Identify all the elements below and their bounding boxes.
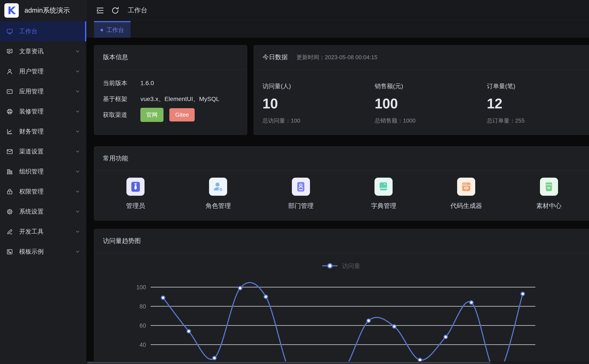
- logo-row[interactable]: K admin系统演示: [0, 0, 86, 21]
- app-root: K admin系统演示 工作台文章资讯用户管理应用管理装修管理财务管理渠道设置组…: [0, 0, 589, 364]
- edit-pen-icon: [6, 228, 13, 235]
- function-item-dictionary[interactable]: 字典管理: [342, 178, 425, 210]
- fold-icon: [95, 6, 105, 15]
- sidebar-item-label: 用户管理: [19, 67, 44, 76]
- row-value: vue3.x、ElementUI、MySQL: [141, 95, 220, 103]
- chart-card-title: 访问量趋势图: [94, 229, 589, 253]
- sidebar-item-devtools[interactable]: 开发工具: [0, 222, 86, 242]
- official-site-button[interactable]: 官网: [141, 108, 163, 122]
- shopping-bag-icon: [540, 178, 558, 196]
- functions-card-title: 常用功能: [94, 147, 589, 171]
- data-point-marker: [367, 319, 370, 322]
- today-card-title: 今日数据: [262, 53, 288, 62]
- tab-workbench[interactable]: 工作台: [94, 21, 131, 38]
- visits-trend-chart: 10080604020 访问量: [94, 253, 589, 364]
- sidebar-item-label: 系统设置: [19, 208, 44, 216]
- version-row-channels: 获取渠道 官网 Gitee: [103, 107, 238, 123]
- template-card-icon: [6, 248, 13, 255]
- chevron-down-icon: [75, 209, 80, 214]
- row-value: 1.6.0: [141, 80, 154, 87]
- sidebar-item-label: 财务管理: [19, 127, 44, 136]
- version-row-framework: 基于框架 vue3.x、ElementUI、MySQL: [103, 91, 238, 107]
- app-logo-icon: K: [4, 3, 19, 18]
- y-tick-100: 100: [136, 284, 146, 291]
- user-gear-icon: [209, 178, 227, 196]
- data-point-marker: [239, 286, 242, 290]
- tab-label: 工作台: [106, 26, 124, 34]
- function-label: 角色管理: [206, 202, 231, 210]
- stat-value: 10: [262, 96, 366, 112]
- sidebar-item-label: 组织管理: [19, 167, 44, 176]
- office-building-icon: [6, 168, 13, 175]
- data-point-marker: [264, 295, 268, 299]
- legend-label: 访问量: [342, 263, 360, 269]
- function-label: 部门管理: [288, 202, 314, 210]
- sidebar-item-workbench[interactable]: 工作台: [0, 21, 86, 41]
- app-title: admin系统演示: [24, 6, 70, 15]
- user-icon: [6, 68, 13, 75]
- horizontal-scrollbar: [87, 361, 589, 364]
- function-item-material-center[interactable]: 素材中心: [508, 178, 589, 210]
- sidebar-item-label: 渠道设置: [19, 147, 44, 156]
- stat-label: 订单量(笔): [487, 82, 589, 90]
- sidebar-item-label: 装修管理: [19, 107, 44, 116]
- chevron-down-icon: [75, 249, 80, 254]
- function-label: 字典管理: [371, 202, 396, 210]
- today-stats: 访问量(人) 10 总访问量：100销售额(元) 100 总销售额：1000订单…: [254, 69, 589, 124]
- sidebar-item-users[interactable]: 用户管理: [0, 61, 86, 81]
- stat-total: 总订单量：255: [487, 117, 589, 124]
- gear-icon: [6, 208, 13, 215]
- sidebar-item-articles[interactable]: 文章资讯: [0, 41, 86, 61]
- sidebar-item-channels[interactable]: 渠道设置: [0, 142, 86, 162]
- active-tab-dot-icon: [100, 29, 103, 31]
- horizontal-scrollbar-thumb[interactable]: [87, 362, 490, 364]
- y-tick-60: 60: [140, 322, 146, 329]
- collapse-sidebar-button[interactable]: [95, 6, 105, 15]
- trend-chart-icon: [6, 128, 13, 135]
- sidebar-item-finance[interactable]: 财务管理: [0, 122, 86, 142]
- y-tick-40: 40: [140, 342, 146, 348]
- version-card: 版本信息 当前版本 1.6.0 基于框架 vue3.x、ElementUI、My…: [94, 45, 247, 135]
- gitee-button[interactable]: Gitee: [169, 108, 195, 122]
- chart-legend[interactable]: 访问量: [322, 263, 360, 269]
- sidebar-item-apps[interactable]: 应用管理: [0, 81, 86, 101]
- sidebar-item-label: 文章资讯: [19, 47, 44, 56]
- envelope-icon: [6, 148, 13, 155]
- sidebar-item-settings[interactable]: 系统设置: [0, 202, 86, 222]
- stat-label: 访问量(人): [262, 82, 366, 90]
- row-label: 当前版本: [103, 79, 141, 87]
- row-label: 获取渠道: [103, 111, 141, 119]
- sidebar-menu: 工作台文章资讯用户管理应用管理装修管理财务管理渠道设置组织管理权限管理系统设置开…: [0, 21, 86, 262]
- function-item-code-generator[interactable]: 代码生成器: [425, 178, 508, 210]
- function-item-departments[interactable]: 部门管理: [260, 178, 342, 210]
- legend-marker-icon: [328, 264, 332, 268]
- sidebar-item-organization[interactable]: 组织管理: [0, 162, 86, 182]
- stat-value: 100: [375, 96, 478, 112]
- chevron-down-icon: [75, 129, 80, 134]
- functions-row: 管理员 角色管理 部门管理 字典管理 代码生成器 素材中心: [94, 171, 589, 210]
- data-point-marker: [213, 356, 216, 360]
- version-rows: 当前版本 1.6.0 基于框架 vue3.x、ElementUI、MySQL 获…: [94, 69, 247, 123]
- data-point-marker: [521, 292, 524, 296]
- function-item-admin[interactable]: 管理员: [94, 178, 177, 210]
- data-point-marker: [187, 329, 191, 333]
- tie-badge-icon: [127, 178, 145, 196]
- function-item-roles[interactable]: 角色管理: [177, 178, 259, 210]
- sidebar-item-templates[interactable]: 模板示例: [0, 242, 86, 262]
- chevron-down-icon: [75, 169, 80, 174]
- lock-icon: [6, 188, 13, 195]
- sidebar-item-permissions[interactable]: 权限管理: [0, 182, 86, 202]
- sidebar-item-decoration[interactable]: 装修管理: [0, 101, 86, 122]
- topbar: 工作台: [87, 0, 589, 21]
- common-functions-card: 常用功能 管理员 角色管理 部门管理 字典管理 代码生成器 素材中心: [94, 146, 589, 221]
- chevron-down-icon: [75, 109, 80, 114]
- code-window-icon: [457, 178, 475, 196]
- today-card-header: 今日数据 更新时间：2023-05-08 00:04:15: [254, 45, 589, 69]
- tabbar: 工作台: [87, 21, 589, 38]
- refresh-icon: [111, 6, 120, 15]
- printer-icon: [6, 108, 13, 115]
- refresh-button[interactable]: [111, 6, 120, 15]
- chevron-down-icon: [75, 229, 80, 234]
- visits-trend-card: 访问量趋势图 10080604020 访问量: [94, 229, 589, 364]
- breadcrumb: 工作台: [128, 6, 147, 15]
